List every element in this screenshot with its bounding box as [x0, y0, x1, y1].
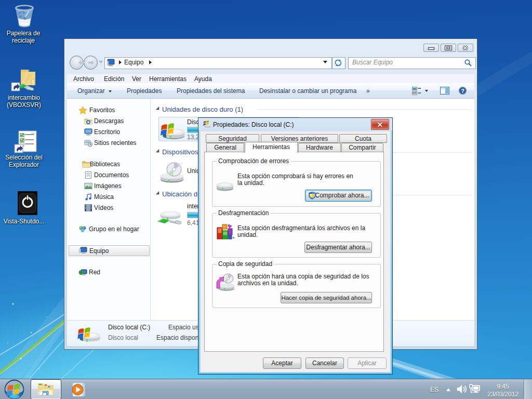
svg-text:?: ?: [461, 88, 464, 94]
